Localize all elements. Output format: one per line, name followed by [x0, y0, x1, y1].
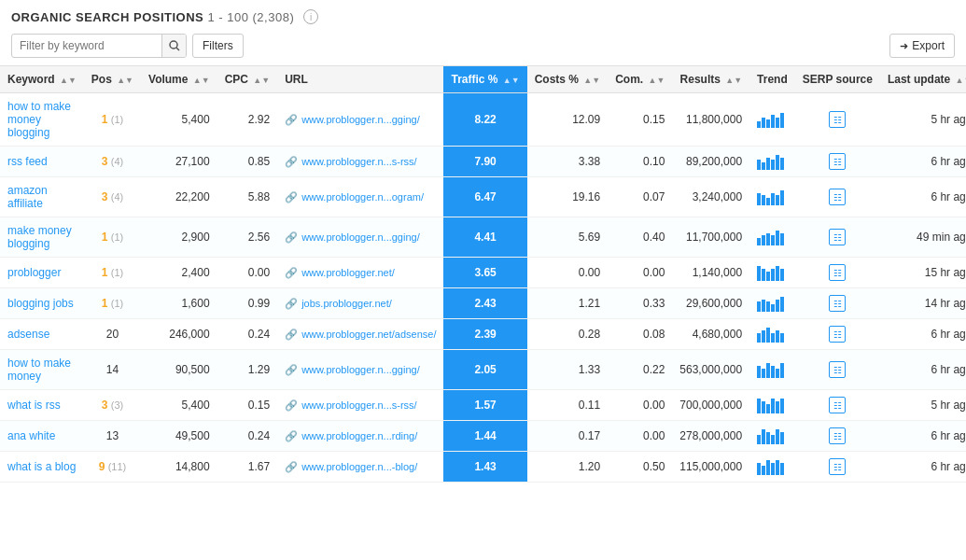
trend-bar	[757, 189, 788, 205]
serp-document-icon[interactable]: ☷	[829, 326, 846, 343]
keyword-link[interactable]: how to make money	[7, 357, 71, 383]
url-link[interactable]: www.problogger.net/	[301, 267, 395, 278]
col-header-com[interactable]: Com. ▲▼	[608, 66, 672, 93]
trend-bar-segment	[776, 231, 779, 245]
export-arrow-icon: ➜	[900, 40, 908, 52]
costs-cell: 5.69	[527, 217, 609, 258]
serp-document-icon[interactable]: ☷	[829, 153, 846, 170]
url-link[interactable]: www.problogger.n...s-rss/	[301, 156, 417, 167]
results-table: Keyword ▲▼ Pos ▲▼ Volume ▲▼ CPC ▲▼ URL T…	[0, 65, 966, 483]
trend-bar	[757, 361, 788, 378]
col-header-keyword[interactable]: Keyword ▲▼	[0, 66, 84, 93]
trend-bar-segment	[780, 190, 784, 205]
info-icon[interactable]: i	[303, 9, 318, 24]
traffic-cell: 2.39	[443, 319, 526, 350]
trend-bar-segment	[766, 363, 770, 378]
url-link[interactable]: jobs.problogger.net/	[301, 298, 392, 309]
keyword-link[interactable]: adsense	[7, 328, 49, 341]
serp-document-icon[interactable]: ☷	[829, 111, 846, 128]
keyword-link[interactable]: amazon affiliate	[7, 184, 48, 210]
trend-bar-segment	[780, 233, 784, 245]
trend-bar	[757, 326, 788, 343]
last-update-cell: 6 hr ago	[880, 421, 966, 452]
filters-button[interactable]: Filters	[192, 34, 244, 58]
trend-bar-segment	[776, 401, 779, 413]
url-cell: 🔗 www.problogger.n...ogram/	[277, 177, 443, 217]
keyword-link[interactable]: problogger	[7, 266, 61, 279]
keyword-link[interactable]: blogging jobs	[7, 297, 74, 310]
url-cell: 🔗 www.problogger.n...s-rss/	[277, 147, 443, 177]
trend-bar-segment	[757, 121, 761, 128]
col-header-update[interactable]: Last update ▲▼	[880, 66, 966, 93]
com-cell: 0.00	[608, 390, 672, 421]
url-link[interactable]: www.problogger.n...gging/	[301, 114, 420, 125]
url-link[interactable]: www.problogger.net/adsense/	[301, 329, 436, 340]
com-cell: 0.08	[608, 319, 672, 350]
keyword-filter-input[interactable]	[12, 39, 161, 52]
data-table-container: Keyword ▲▼ Pos ▲▼ Volume ▲▼ CPC ▲▼ URL T…	[0, 65, 966, 483]
keyword-cell: how to make money blogging	[0, 93, 84, 147]
serp-document-icon[interactable]: ☷	[829, 427, 846, 444]
keyword-link[interactable]: how to make money blogging	[7, 100, 71, 139]
page-title: ORGANIC SEARCH POSITIONS 1 - 100 (2,308)	[11, 10, 294, 24]
url-link[interactable]: www.problogger.n...-blog/	[301, 461, 417, 472]
url-link[interactable]: www.problogger.n...s-rss/	[301, 399, 417, 411]
col-header-traffic[interactable]: Traffic % ▲▼	[443, 66, 526, 93]
trend-cell	[749, 93, 795, 147]
trend-bar-segment	[771, 115, 775, 128]
trend-bar	[757, 229, 788, 245]
trend-bar-segment	[776, 118, 779, 128]
keyword-link[interactable]: ana white	[7, 429, 55, 442]
keyword-link[interactable]: what is a blog	[7, 460, 76, 473]
serp-document-icon[interactable]: ☷	[829, 458, 846, 475]
last-update-cell: 6 hr ago	[880, 452, 966, 483]
last-update-cell: 6 hr ago	[880, 350, 966, 390]
toolbar: Filters ➜ Export	[0, 30, 966, 65]
export-button[interactable]: ➜ Export	[889, 34, 955, 58]
col-header-cpc[interactable]: CPC ▲▼	[217, 66, 278, 93]
results-cell: 89,200,000	[672, 147, 749, 177]
trend-bar-segment	[780, 432, 784, 444]
volume-cell: 27,100	[141, 147, 217, 177]
table-row: rss feed 3 (4) 27,100 0.85 🔗 www.problog…	[0, 147, 966, 177]
sort-icon-keyword: ▲▼	[60, 76, 77, 85]
keyword-link[interactable]: make money blogging	[7, 224, 72, 250]
trend-bar	[757, 264, 788, 281]
serp-document-icon[interactable]: ☷	[829, 397, 846, 413]
trend-bar-segment	[762, 118, 765, 128]
trend-bar	[757, 153, 788, 170]
external-link-icon: 🔗	[285, 298, 298, 310]
url-link[interactable]: www.problogger.n...gging/	[301, 364, 420, 375]
serp-document-icon[interactable]: ☷	[829, 264, 846, 281]
trend-cell	[749, 177, 795, 217]
col-header-results[interactable]: Results ▲▼	[672, 66, 749, 93]
url-link[interactable]: www.problogger.n...rding/	[301, 430, 417, 441]
toolbar-left: Filters	[11, 34, 244, 58]
serp-document-icon[interactable]: ☷	[829, 189, 846, 205]
keyword-link[interactable]: what is rss	[7, 399, 61, 412]
serp-document-icon[interactable]: ☷	[829, 295, 846, 312]
serp-document-icon[interactable]: ☷	[829, 361, 846, 378]
external-link-icon: 🔗	[285, 114, 298, 126]
trend-bar-segment	[771, 160, 775, 170]
trend-bar-segment	[771, 333, 775, 343]
serp-cell: ☷	[795, 421, 880, 452]
col-header-costs[interactable]: Costs % ▲▼	[527, 66, 609, 93]
url-cell: 🔗 www.problogger.n...s-rss/	[277, 390, 443, 421]
results-cell: 700,000,000	[672, 390, 749, 421]
serp-document-icon[interactable]: ☷	[829, 229, 846, 245]
url-cell: 🔗 www.problogger.n...-blog/	[277, 452, 443, 483]
col-header-volume[interactable]: Volume ▲▼	[141, 66, 217, 93]
trend-bar-segment	[776, 330, 779, 343]
col-header-pos[interactable]: Pos ▲▼	[84, 66, 141, 93]
volume-cell: 5,400	[141, 93, 217, 147]
pos-cell: 20	[84, 319, 141, 350]
search-button[interactable]	[161, 34, 186, 58]
url-link[interactable]: www.problogger.n...gging/	[301, 231, 420, 243]
trend-bar-segment	[757, 463, 761, 475]
url-link[interactable]: www.problogger.n...ogram/	[301, 191, 424, 203]
keyword-link[interactable]: rss feed	[7, 155, 48, 168]
trend-bar-segment	[771, 399, 775, 413]
trend-bar-segment	[762, 162, 765, 170]
table-row: ana white 13 49,500 0.24 🔗 www.problogge…	[0, 421, 966, 452]
